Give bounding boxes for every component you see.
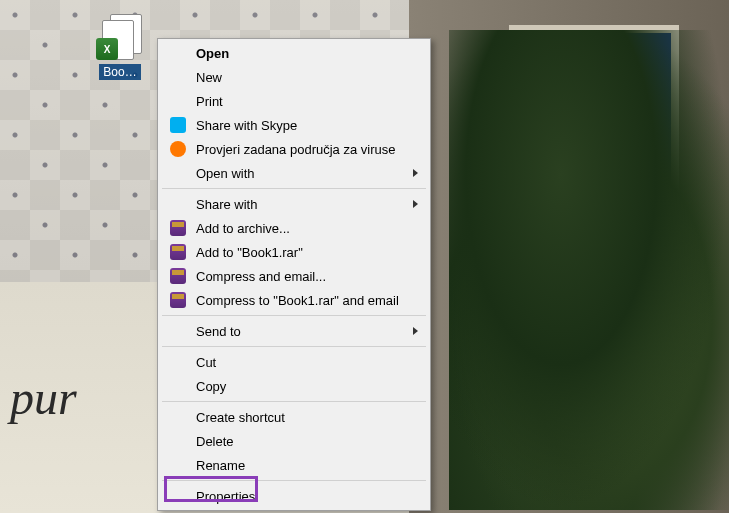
menu-item-share-with[interactable]: Share with [160, 192, 428, 216]
menu-item-compress-and-email[interactable]: Compress and email... [160, 264, 428, 288]
menu-item-label: Compress and email... [196, 269, 400, 284]
context-menu: OpenNewPrintShare with SkypeProvjeri zad… [157, 38, 431, 511]
menu-item-label: Cut [196, 355, 400, 370]
wallpaper-text: pur [10, 370, 77, 425]
blank-icon [168, 407, 188, 427]
submenu-arrow-icon [413, 200, 418, 208]
menu-item-label: Compress to "Book1.rar" and email [196, 293, 400, 308]
menu-item-label: Share with [196, 197, 400, 212]
desktop-file-label: Boo… [99, 64, 140, 80]
menu-item-label: Send to [196, 324, 400, 339]
menu-item-properties[interactable]: Properties [160, 484, 428, 508]
blank-icon [168, 43, 188, 63]
menu-item-label: Properties [196, 489, 400, 504]
menu-item-label: Print [196, 94, 400, 109]
menu-item-create-shortcut[interactable]: Create shortcut [160, 405, 428, 429]
menu-separator [162, 315, 426, 316]
rar-icon [168, 242, 188, 262]
blank-icon [168, 455, 188, 475]
menu-separator [162, 188, 426, 189]
desktop[interactable]: pur X Boo… OpenNewPrintShare with SkypeP… [0, 0, 729, 513]
menu-item-label: Add to archive... [196, 221, 400, 236]
menu-item-label: Create shortcut [196, 410, 400, 425]
menu-item-label: Share with Skype [196, 118, 400, 133]
menu-separator [162, 346, 426, 347]
wallpaper-foliage [449, 30, 729, 510]
blank-icon [168, 163, 188, 183]
blank-icon [168, 91, 188, 111]
menu-item-copy[interactable]: Copy [160, 374, 428, 398]
submenu-arrow-icon [413, 327, 418, 335]
blank-icon [168, 376, 188, 396]
menu-item-new[interactable]: New [160, 65, 428, 89]
menu-item-print[interactable]: Print [160, 89, 428, 113]
menu-item-share-with-skype[interactable]: Share with Skype [160, 113, 428, 137]
menu-item-open[interactable]: Open [160, 41, 428, 65]
menu-item-compress-to-book1-rar-and-email[interactable]: Compress to "Book1.rar" and email [160, 288, 428, 312]
menu-item-rename[interactable]: Rename [160, 453, 428, 477]
menu-separator [162, 401, 426, 402]
blank-icon [168, 486, 188, 506]
excel-file-icon: X [96, 14, 144, 62]
rar-icon [168, 290, 188, 310]
menu-item-label: Open with [196, 166, 400, 181]
blank-icon [168, 431, 188, 451]
menu-item-open-with[interactable]: Open with [160, 161, 428, 185]
menu-item-label: Delete [196, 434, 400, 449]
menu-item-label: Rename [196, 458, 400, 473]
menu-item-add-to-archive[interactable]: Add to archive... [160, 216, 428, 240]
menu-item-label: New [196, 70, 400, 85]
menu-item-label: Open [196, 46, 400, 61]
blank-icon [168, 67, 188, 87]
menu-item-cut[interactable]: Cut [160, 350, 428, 374]
menu-item-label: Provjeri zadana područja za viruse [196, 142, 400, 157]
skype-icon [168, 115, 188, 135]
blank-icon [168, 194, 188, 214]
menu-separator [162, 480, 426, 481]
menu-item-add-to-book1-rar[interactable]: Add to "Book1.rar" [160, 240, 428, 264]
rar-icon [168, 218, 188, 238]
menu-item-label: Add to "Book1.rar" [196, 245, 400, 260]
desktop-file-icon[interactable]: X Boo… [90, 14, 150, 80]
menu-item-provjeri-zadana-podru-ja-za-viruse[interactable]: Provjeri zadana područja za viruse [160, 137, 428, 161]
menu-item-send-to[interactable]: Send to [160, 319, 428, 343]
submenu-arrow-icon [413, 169, 418, 177]
menu-item-label: Copy [196, 379, 400, 394]
menu-item-delete[interactable]: Delete [160, 429, 428, 453]
blank-icon [168, 352, 188, 372]
blank-icon [168, 321, 188, 341]
rar-icon [168, 266, 188, 286]
avast-icon [168, 139, 188, 159]
